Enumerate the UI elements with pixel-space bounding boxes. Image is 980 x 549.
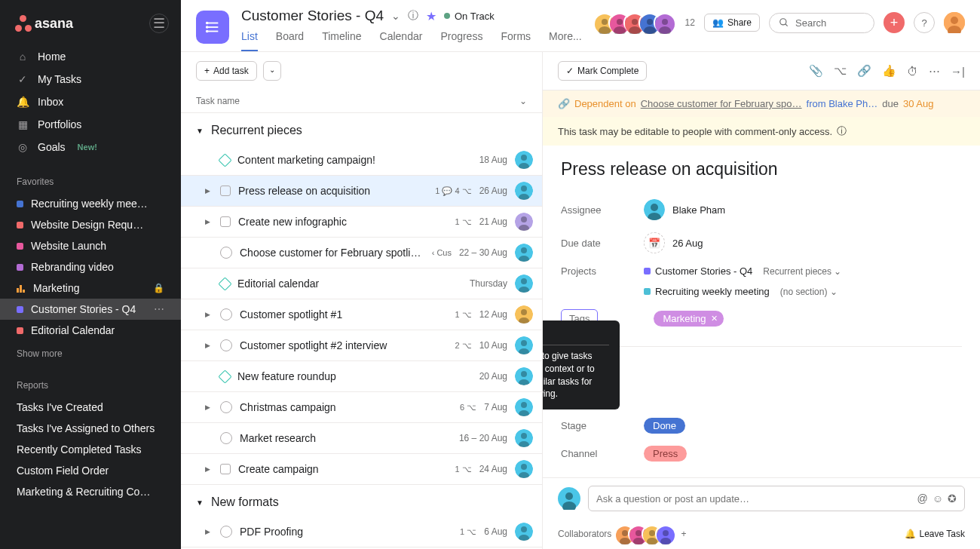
search-input[interactable]: Search (769, 13, 874, 33)
share-button[interactable]: 👥 Share (704, 14, 760, 32)
nav-my-tasks[interactable]: ✓My Tasks (0, 68, 181, 90)
nav-home[interactable]: ⌂Home (0, 45, 181, 68)
chevron-down-icon[interactable]: ⌄ (391, 10, 400, 22)
mark-complete-button[interactable]: ✓ Mark Complete (558, 61, 647, 81)
task-row[interactable]: ▶Content marketing campaign!18 Aug (181, 145, 542, 176)
tag-chip[interactable]: Marketing✕ (654, 311, 723, 327)
task-check-icon[interactable] (220, 308, 232, 321)
global-add-button[interactable]: + (884, 12, 905, 33)
project-pill[interactable]: Customer Stories - Q4Recurrent pieces ⌄ (644, 265, 841, 277)
close-pane-icon[interactable]: →| (951, 65, 965, 78)
subtask-icon[interactable]: ⌥ (834, 64, 847, 78)
info-icon[interactable]: ⓘ (837, 124, 847, 138)
task-row[interactable]: ▶Press release on acquisition1 💬 4 ⌥26 A… (181, 176, 542, 207)
nav-goals[interactable]: ◎GoalsNew! (0, 136, 181, 158)
favorite-item[interactable]: Editorial Calendar (0, 320, 181, 341)
column-header[interactable]: Task name⌄ (181, 90, 542, 113)
svg-point-19 (662, 19, 668, 25)
task-check-icon[interactable] (218, 153, 231, 167)
nav-inbox[interactable]: 🔔Inbox (0, 90, 181, 113)
task-row[interactable]: ▶Editorial calendarThursday (181, 268, 542, 299)
task-check-icon[interactable] (220, 432, 232, 444)
logo[interactable]: asana (15, 15, 73, 32)
avatar[interactable] (654, 13, 673, 32)
report-link[interactable]: Recently Completed Tasks (0, 439, 181, 460)
info-icon[interactable]: ⓘ (408, 9, 418, 23)
tab-calendar[interactable]: Calendar (380, 30, 423, 51)
tab-board[interactable]: Board (276, 30, 304, 51)
tab-list[interactable]: List (241, 30, 258, 51)
status-pill[interactable]: On Track (444, 11, 495, 22)
task-check-icon[interactable] (220, 186, 231, 196)
emoji-icon[interactable]: ☺ (933, 492, 943, 505)
attachment-icon[interactable]: 📎 (809, 64, 823, 78)
nav-portfolios[interactable]: ▦Portfolios (0, 113, 181, 136)
task-row[interactable]: ▶Christmas campaign6 ⌥7 Aug (181, 392, 542, 423)
favorite-item[interactable]: Website Launch (0, 235, 181, 256)
report-link[interactable]: Tasks I've Assigned to Others (0, 418, 181, 439)
report-link[interactable]: Marketing & Recruiting Co… (0, 481, 181, 502)
more-icon[interactable]: ⋯ (929, 64, 940, 78)
appreciation-icon[interactable]: ✪ (948, 492, 957, 505)
task-row[interactable]: ▶New feature roundup20 Aug (181, 361, 542, 392)
task-row[interactable]: ▶Market research16 – 20 Aug (181, 423, 542, 454)
tab-progress[interactable]: Progress (440, 30, 482, 51)
timer-icon[interactable]: ⏱ (907, 65, 918, 78)
task-row[interactable]: ▶Choose customer for February spotlight‹… (181, 238, 542, 268)
add-collaborator-icon[interactable]: + (681, 529, 686, 539)
section-header[interactable]: ▼Recurrent pieces (181, 113, 542, 145)
task-row[interactable]: ▶PDF Proofing1 ⌥6 Aug (181, 517, 542, 547)
tab-timeline[interactable]: Timeline (322, 30, 361, 51)
svg-point-4 (207, 26, 208, 28)
favorite-item[interactable]: Recruiting weekly mee… (0, 193, 181, 214)
task-check-icon[interactable] (220, 247, 232, 259)
svg-point-36 (521, 247, 527, 253)
mention-icon[interactable]: @ (917, 492, 927, 505)
due-date-value[interactable]: 📅 26 Aug (644, 232, 962, 253)
task-row[interactable]: ▶Customer spotlight #2 interview2 ⌥10 Au… (181, 330, 542, 361)
stage-value[interactable]: Done (644, 418, 685, 434)
task-check-icon[interactable] (220, 216, 231, 227)
avatar (515, 523, 533, 541)
favorite-item[interactable]: Customer Stories - Q4⋯ (0, 299, 181, 320)
report-link[interactable]: Custom Field Order (0, 460, 181, 481)
projects-label: Projects (561, 265, 644, 277)
tab-forms[interactable]: Forms (501, 30, 531, 51)
assignee-value[interactable]: Blake Pham (644, 199, 962, 220)
task-check-icon[interactable] (220, 339, 232, 351)
task-check-icon[interactable] (218, 370, 231, 383)
task-row[interactable]: ▶Create new infographic1 ⌥21 Aug (181, 207, 542, 238)
leave-task-button[interactable]: 🔔 Leave Task (905, 529, 966, 539)
link-icon[interactable]: 🔗 (857, 64, 871, 78)
section-header[interactable]: ▼New formats (181, 485, 542, 517)
task-check-icon[interactable] (220, 526, 232, 538)
add-task-button[interactable]: + Add task (196, 61, 257, 81)
star-icon[interactable]: ★ (426, 9, 436, 23)
project-icon[interactable] (196, 11, 229, 44)
task-title[interactable]: Press release on acquisition (561, 159, 962, 179)
dependency-task-link[interactable]: Choose customer for February spo… (641, 98, 802, 109)
task-row[interactable]: ▶Customer spotlight #11 ⌥12 Aug (181, 299, 542, 330)
comment-input[interactable]: @ ☺ ✪ (588, 486, 965, 511)
channel-value[interactable]: Press (644, 446, 687, 462)
menu-toggle-icon[interactable]: ☰ (149, 14, 169, 33)
tab-more...[interactable]: More... (549, 30, 582, 51)
favorite-item[interactable]: Website Design Requ… (0, 214, 181, 235)
task-row[interactable]: ▶Create campaign1 ⌥24 Aug (181, 454, 542, 485)
task-check-icon[interactable] (220, 464, 231, 474)
report-link[interactable]: Tasks I've Created (0, 397, 181, 418)
sidebar: asana ☰ ⌂Home✓My Tasks🔔Inbox▦Portfolios◎… (0, 0, 181, 549)
user-avatar[interactable] (944, 12, 965, 33)
show-more[interactable]: Show more (0, 341, 181, 367)
task-check-icon[interactable] (220, 401, 232, 413)
project-title[interactable]: Customer Stories - Q4 (241, 8, 384, 24)
help-button[interactable]: ? (914, 12, 935, 33)
avatar[interactable] (655, 525, 673, 543)
project-pill[interactable]: Recruiting weekly meeting(no section) ⌄ (644, 286, 838, 297)
favorite-item[interactable]: Rebranding video (0, 256, 181, 278)
remove-tag-icon[interactable]: ✕ (711, 314, 718, 324)
add-task-dropdown[interactable]: ⌄ (263, 61, 281, 81)
favorite-item[interactable]: Marketing🔒 (0, 278, 181, 299)
task-check-icon[interactable] (218, 277, 231, 290)
like-icon[interactable]: 👍 (882, 64, 896, 78)
